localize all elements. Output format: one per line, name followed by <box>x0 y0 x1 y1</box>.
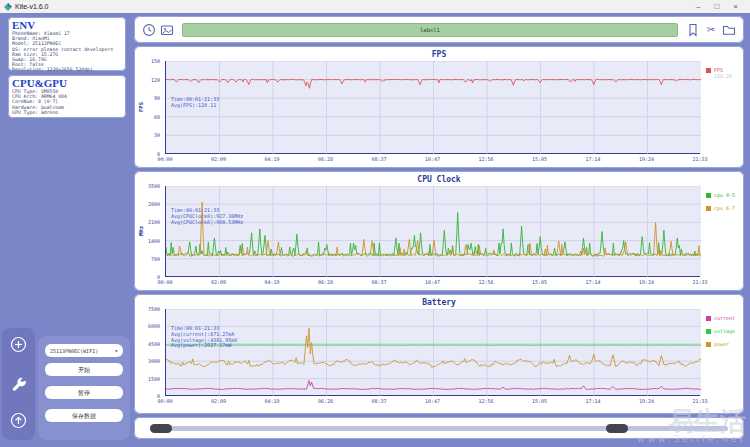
y-tick-label: 3500 <box>148 183 160 189</box>
plot-area[interactable]: Time:00:01-21:33Avg(FPS):120.11 <box>165 61 700 154</box>
chart-annotation: Time:00:01-21:33Avg(FPS):120.11 <box>171 97 219 109</box>
x-tick-label: 02:09 <box>211 156 226 162</box>
maximize-button[interactable]: □ <box>714 0 719 13</box>
legend-item-cpu-0-5[interactable]: cpu 0-5 <box>706 192 744 198</box>
x-tick-label: 06:28 <box>318 279 333 285</box>
plus-circle-icon <box>10 336 27 353</box>
x-tick-label: 19:24 <box>639 156 654 162</box>
y-tick-label: 1500 <box>148 376 160 382</box>
battery-chart: Battery015003000450060007500Time:00:01-2… <box>134 294 744 414</box>
annotation-line: Avg(FPS):120.11 <box>171 103 219 109</box>
y-tick-label: 2800 <box>148 201 160 207</box>
cpugpu-panel: CPU&GPU CPU Type: SM8550CPU Arch: ARM64_… <box>8 75 126 118</box>
info-line: Resolution: 1220x2656 520dpi <box>12 67 122 72</box>
open-folder-button[interactable] <box>722 23 736 37</box>
legend-item-current[interactable]: current <box>706 315 744 321</box>
fps-chart: FPSFPS0306090120150Time:00:01-21:33Avg(F… <box>134 46 744 168</box>
x-tick-label: 15:05 <box>532 279 547 285</box>
label-bar[interactable]: label1 <box>182 23 678 37</box>
legend-label: power <box>714 341 729 347</box>
window-title: Kite-v1.6.0 <box>15 3 48 10</box>
y-tick-label: 3000 <box>148 358 160 364</box>
x-tick-label: 00:00 <box>157 279 172 285</box>
legend-item-power[interactable]: power <box>706 341 744 347</box>
y-tick-label: 90 <box>154 95 160 101</box>
image-icon <box>160 23 174 37</box>
legend-swatch <box>706 68 711 73</box>
cut-button[interactable]: ✂ <box>704 23 718 37</box>
y-axis-ticks: 07001400210028003500 <box>144 186 163 277</box>
x-tick-label: 08:37 <box>371 279 386 285</box>
x-tick-label: 12:56 <box>478 398 493 404</box>
legend-item-voltage[interactable]: voltage <box>706 328 744 334</box>
chart-legend: FPS120.20 <box>706 67 744 86</box>
x-tick-label: 08:37 <box>371 398 386 404</box>
screenshot-button[interactable] <box>160 23 174 37</box>
range-handle-right[interactable] <box>606 424 628 433</box>
y-tick-label: 6000 <box>148 323 160 329</box>
y-tick-label: 2100 <box>148 219 160 225</box>
x-tick-label: 17:14 <box>585 279 600 285</box>
pause-button[interactable]: 暂停 <box>45 386 123 399</box>
y-tick-label: 150 <box>151 58 160 64</box>
x-tick-label: 00:00 <box>157 156 172 162</box>
start-button[interactable]: 开始 <box>45 363 123 376</box>
app-window: Kite-v1.6.0 – □ × ENV PhoneName: Xiaomi … <box>0 0 750 447</box>
history-button[interactable] <box>142 23 156 37</box>
legend-swatch <box>706 329 711 334</box>
y-tick-label: 4500 <box>148 341 160 347</box>
x-tick-label: 10:47 <box>425 398 440 404</box>
plot-area[interactable]: Time:00:01-21:33Avg(current):671.27mAAvg… <box>165 309 700 396</box>
y-axis-ticks: 015003000450060007500 <box>144 309 163 396</box>
device-select[interactable]: 25113PN0EC(WIFI) ▾ <box>45 344 123 357</box>
x-tick-label: 12:56 <box>478 156 493 162</box>
legend-label: voltage <box>714 328 735 334</box>
chart-title: Battery <box>134 297 744 309</box>
chevron-down-icon: ▾ <box>114 347 118 354</box>
title-bar: Kite-v1.6.0 – □ × <box>0 0 750 13</box>
chart-legend: cpu 0-5cpu 6-7 <box>706 192 744 218</box>
x-tick-label: 19:24 <box>639 279 654 285</box>
x-tick-label: 17:14 <box>585 156 600 162</box>
x-tick-label: 10:47 <box>425 279 440 285</box>
legend-label: cpu 6-7 <box>714 205 735 211</box>
close-button[interactable]: × <box>733 0 738 13</box>
x-tick-label: 15:05 <box>532 156 547 162</box>
upload-button[interactable] <box>10 412 27 429</box>
y-tick-label: 7500 <box>148 306 160 312</box>
scissors-icon: ✂ <box>707 24 715 35</box>
x-tick-label: 19:24 <box>639 398 654 404</box>
folder-icon <box>722 23 736 37</box>
range-handle-left[interactable] <box>150 424 172 433</box>
minimize-button[interactable]: – <box>696 0 700 13</box>
legend-value: 120.20 <box>714 73 732 79</box>
cloud-upload-icon <box>10 412 27 429</box>
x-tick-label: 10:47 <box>425 156 440 162</box>
x-tick-label: 17:14 <box>585 398 600 404</box>
save-data-button[interactable]: 保存数据 <box>45 409 123 422</box>
cpugpu-panel-title: CPU&GPU <box>12 77 122 89</box>
time-range-slider[interactable] <box>150 426 728 431</box>
add-button[interactable] <box>10 336 27 353</box>
legend-swatch <box>706 206 711 211</box>
device-select-value: 25113PN0EC(WIFI) <box>50 348 114 354</box>
y-tick-label: 700 <box>151 256 160 262</box>
x-tick-label: 06:28 <box>318 398 333 404</box>
legend-label: cpu 0-5 <box>714 192 735 198</box>
plot-area[interactable]: Time:00:01-21:33Avg(CPUClock0):927.36MHz… <box>165 186 700 277</box>
x-tick-label: 06:28 <box>318 156 333 162</box>
settings-button[interactable] <box>10 374 27 391</box>
env-info-lines: PhoneName: Xiaomi 17Brand: XiaoMiModel: … <box>12 31 122 73</box>
x-axis-ticks: 00:0002:0904:1906:2808:3710:4712:5615:05… <box>165 156 700 164</box>
x-tick-label: 02:09 <box>211 398 226 404</box>
x-tick-label: 04:19 <box>264 156 279 162</box>
bookmark-button[interactable] <box>686 23 700 37</box>
legend-label: FPS120.20 <box>714 67 732 79</box>
legend-item-FPS[interactable]: FPS120.20 <box>706 67 744 79</box>
legend-swatch <box>706 193 711 198</box>
wrench-icon <box>10 374 27 391</box>
legend-item-cpu-6-7[interactable]: cpu 6-7 <box>706 205 744 211</box>
info-line: GPU Type: adreno <box>12 110 122 115</box>
x-tick-label: 21:33 <box>692 279 707 285</box>
x-tick-label: 15:05 <box>532 398 547 404</box>
